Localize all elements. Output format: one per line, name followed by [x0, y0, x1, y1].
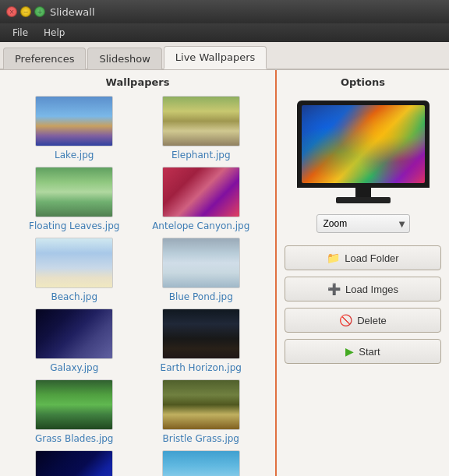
wallpaper-grid: Lake.jpg Elephant.jpg Floating Leaves.jp… — [3, 96, 272, 476]
thumbnail — [35, 167, 113, 217]
tab-live-wallpapers[interactable]: Live Wallpapers — [164, 46, 267, 69]
thumbnail — [35, 309, 113, 359]
wallpaper-label: Earth Horizon.jpg — [161, 362, 242, 373]
monitor-stand-neck — [355, 188, 371, 197]
thumbnail — [162, 450, 240, 476]
list-item[interactable]: Lake.jpg — [19, 96, 130, 160]
delete-button[interactable]: 🚫 Delete — [285, 308, 441, 333]
close-button[interactable]: × — [6, 6, 17, 17]
zoom-select[interactable]: Zoom Fit Stretch Center Tile — [316, 214, 410, 233]
monitor-frame — [297, 100, 430, 203]
wallpaper-label: Elephant.jpg — [171, 150, 231, 160]
thumbnail — [162, 379, 240, 430]
list-item[interactable]: Antelope Canyon.jpg — [146, 167, 257, 231]
maximize-button[interactable]: + — [34, 6, 45, 17]
start-label: Start — [359, 346, 380, 358]
add-icon: ➕ — [327, 283, 341, 295]
list-item[interactable]: Grass Blades.jpg — [19, 379, 130, 444]
monitor-preview — [285, 100, 441, 203]
thumbnail — [35, 450, 113, 476]
monitor-outer — [297, 100, 430, 188]
options-title: Options — [285, 76, 441, 88]
load-folder-button[interactable]: 📁 Load Folder — [285, 245, 441, 270]
wallpaper-label: Bristle Grass.jpg — [163, 433, 239, 444]
wallpapers-panel: Wallpapers Lake.jpg Elephant.jpg Floatin… — [0, 70, 277, 476]
wallpapers-title: Wallpapers — [3, 76, 272, 88]
wallpaper-label: Floating Leaves.jpg — [29, 220, 119, 231]
menu-help[interactable]: Help — [37, 26, 71, 40]
load-images-button[interactable]: ➕ Load Imges — [285, 277, 441, 301]
list-item[interactable]: Bristle Grass.jpg — [146, 379, 257, 444]
thumbnail — [35, 96, 113, 146]
wallpaper-label: Galaxy.jpg — [50, 362, 98, 373]
thumbnail — [162, 238, 240, 288]
load-folder-label: Load Folder — [345, 252, 398, 264]
thumbnail — [35, 238, 113, 288]
tab-preferences[interactable]: Preferences — [3, 48, 86, 69]
tab-bar: Preferences Slideshow Live Wallpapers — [0, 42, 449, 70]
list-item[interactable]: Earth Horizon.jpg — [146, 309, 257, 373]
tab-slideshow[interactable]: Slideshow — [87, 48, 161, 69]
thumbnail — [162, 167, 240, 217]
list-item[interactable]: Stars.jpg — [19, 450, 130, 476]
delete-label: Delete — [357, 315, 387, 326]
minimize-button[interactable]: − — [20, 6, 31, 17]
monitor-screen — [302, 105, 425, 183]
action-buttons: 📁 Load Folder ➕ Load Imges 🚫 Delete ▶ St… — [285, 245, 441, 364]
load-images-label: Load Imges — [345, 284, 398, 295]
start-button[interactable]: ▶ Start — [285, 339, 441, 364]
play-icon: ▶ — [345, 345, 354, 358]
wallpaper-label: Beach.jpg — [51, 291, 97, 302]
monitor-screen-content — [302, 105, 425, 183]
title-bar: × − + Slidewall — [0, 0, 449, 23]
menu-bar: File Help — [0, 23, 449, 42]
thumbnail — [162, 96, 240, 146]
monitor-stand-base — [336, 197, 391, 203]
thumbnail — [162, 309, 240, 359]
folder-icon: 📁 — [327, 252, 340, 264]
wallpaper-label: Blue Pond.jpg — [169, 291, 233, 302]
zoom-wrapper: Zoom Fit Stretch Center Tile ▼ — [316, 214, 410, 233]
list-item[interactable]: Galaxy.jpg — [19, 309, 130, 373]
wallpaper-label: Grass Blades.jpg — [35, 433, 113, 444]
wallpaper-label: Antelope Canyon.jpg — [152, 220, 249, 231]
menu-file[interactable]: File — [6, 26, 34, 40]
main-content: Wallpapers Lake.jpg Elephant.jpg Floatin… — [0, 70, 449, 476]
list-item[interactable]: Beach.jpg — [19, 238, 130, 302]
list-item[interactable]: Blue Pond.jpg — [146, 238, 257, 302]
delete-icon: 🚫 — [339, 314, 352, 326]
options-panel: Options Zoom Fit Stretch Center — [277, 70, 449, 476]
wallpaper-label: Lake.jpg — [55, 150, 94, 160]
thumbnail — [35, 379, 113, 430]
list-item[interactable]: Elephant.jpg — [146, 96, 257, 160]
list-item[interactable]: Floating Leaves.jpg — [19, 167, 130, 231]
list-item[interactable]: Blue Water.jpg — [146, 450, 257, 476]
window-title: Slidewall — [50, 6, 95, 18]
window-controls: × − + — [6, 6, 45, 17]
zoom-row: Zoom Fit Stretch Center Tile ▼ — [285, 214, 441, 233]
